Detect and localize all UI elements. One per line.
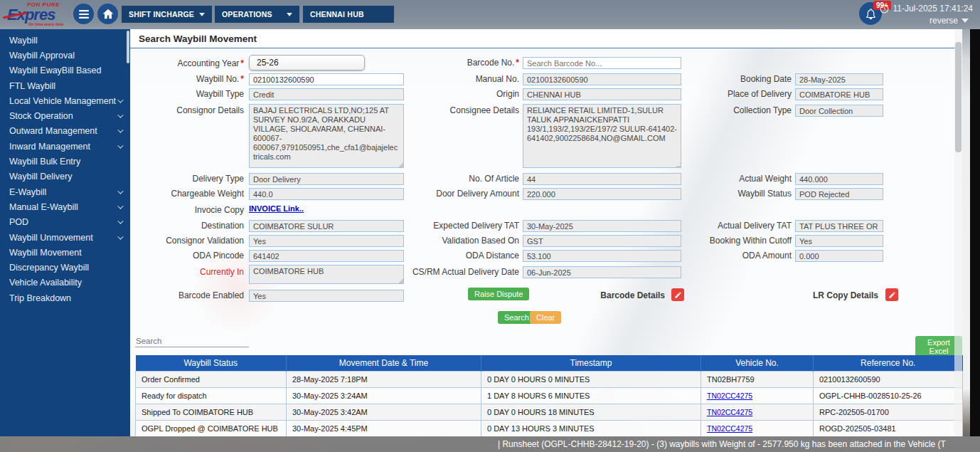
actual-weight-input[interactable] [795,173,883,185]
label-invoice-copy: Invocie Copy [130,204,244,216]
sidebar-item-label: Waybill Approval [9,51,75,61]
clock-icon [880,4,889,14]
label-actual-weight: Actual Weight [621,173,792,185]
vehicle-link[interactable]: TN02CC4275 [707,391,752,400]
sidebar-item-stock-operation[interactable]: Stock Operation [0,108,130,123]
sidebar-item-label: Manual E-Waybill [9,202,78,212]
sidebar-item-discrepancy-waybill[interactable]: Discrepancy Waybill [0,260,130,275]
sidebar-item-e-waybill[interactable]: E-Waybill [0,184,130,199]
label-booking-date: Booking Date [621,73,792,85]
vehicle-link[interactable]: TN02CC4275 [707,408,752,416]
label-consignor-details: Consignor Details [130,105,244,117]
sidebar-item-manual-e-waybill[interactable]: Manual E-Waybill [0,199,130,214]
sidebar-item-label: Waybill Delivery [9,172,72,182]
collection-type-input[interactable] [795,105,883,117]
sidebar-item-waybill-bulk-entry[interactable]: Waybill Bulk Entry [0,154,130,169]
sidebar-item-waybill[interactable]: Waybill [0,33,130,48]
label-chargeable-weight: Chargeable Weight [130,188,244,200]
location-box[interactable]: CHENNAI HUB [303,6,394,23]
cell-reference-no: RPC-202505-01700 [814,404,963,420]
brand-logo: PON PURE Expres On time every time [7,1,78,28]
sidebar-item-label: Waybill Unmovement [9,233,93,243]
barcode-details-label: Barcode Details [565,290,665,302]
col-timestamp[interactable]: Timestamp [481,355,701,371]
sidebar-item-label: Outward Management [9,126,97,136]
label-accounting-year: Accounting Year* [130,58,244,70]
sidebar-item-vehicle-availability[interactable]: Vehicle Availability [0,275,130,290]
home-button[interactable] [97,4,118,24]
sidebar-item-waybill-delivery[interactable]: Waybill Delivery [0,169,130,184]
main-content: Search Waybill Movement Accounting Year*… [130,29,962,436]
label-waybill-status: Waybill Status [621,188,792,200]
sidebar-item-label: Local Vehicle Management [9,96,116,106]
cell-waybill-status: Order Confirmed [136,371,287,387]
sidebar-item-pod[interactable]: POD [0,215,130,230]
sidebar-item-waybill-movement[interactable]: Waybill Movement [0,245,130,260]
user-menu[interactable]: reverse [930,16,969,26]
label-expected-delivery-tat: Expected Delivery TAT [343,220,519,232]
edit-icon [888,291,896,299]
col-vehicle-no[interactable]: Vehicle No. [701,355,814,371]
cell-movement-datetime: 30-May-2025 3:24AM [287,387,481,404]
oda-amount-input[interactable] [795,250,883,262]
invoice-link[interactable]: INVOICE Link.. [249,204,304,213]
edit-icon [674,291,682,299]
sidebar-item-label: Discrepancy Waybill [9,263,89,273]
cell-movement-datetime: 30-May-2025 4:45PM [287,420,481,436]
cell-waybill-status: Ready for dispatch [136,387,287,404]
main-scrollbar[interactable] [954,29,962,436]
lr-copy-details-label: LR Copy Details [779,290,878,302]
top-bar: PON PURE Expres On time every time SHIFT… [0,0,980,29]
barcode-details-button[interactable] [671,288,684,301]
status-ticker-bar: | Runsheet (OGPL-CHHB-28412-19-20) - (3)… [0,436,980,452]
label-collection-type: Collection Type [621,105,792,117]
sidebar-item-inward-management[interactable]: Inward Management [0,139,130,154]
sidebar-item-label: E-Waybill [9,187,46,197]
label-oda-pincode: ODA Pincode [130,250,244,262]
chevron-down-icon [117,203,123,209]
department-dropdown[interactable]: OPERATIONS [215,6,299,23]
booking-date-input[interactable] [795,73,883,85]
caret-down-icon [287,13,292,16]
cell-waybill-status: Shipped To COIMBATORE HUB [136,404,287,420]
col-waybill-status[interactable]: Waybill Status [136,355,287,371]
actual-delivery-tat-input[interactable] [795,220,883,232]
csrm-actual-delivery-date-input[interactable] [523,266,681,278]
sidebar-item-ftl-waybill[interactable]: FTL Waybill [0,78,130,93]
sidebar-item-waybill-ewaybill-based[interactable]: Waybill EwayBill Based [0,63,130,78]
sidebar-item-local-vehicle-management[interactable]: Local Vehicle Management [0,93,130,108]
sidebar-scrollbar[interactable] [127,31,129,63]
col-reference-no[interactable]: Reference No. [814,355,963,371]
sidebar-item-waybill-unmovement[interactable]: Waybill Unmovement [0,230,130,245]
caret-down-icon [962,19,969,23]
table-search-input[interactable] [135,335,249,347]
cell-timestamp: 1 DAY 8 HOURS 6 MINUTES [481,387,701,404]
label-place-of-delivery: Place of Delivery [621,88,792,100]
sidebar-item-label: Trip Breakdown [9,293,71,303]
lr-copy-details-button[interactable] [885,288,898,301]
place-of-delivery-input[interactable] [795,88,883,100]
sidebar-item-waybill-approval[interactable]: Waybill Approval [0,48,130,63]
cell-reference-no: 02100132600590 [814,371,963,387]
raise-dispute-button[interactable]: Raise Dispute [468,288,529,300]
waybill-status-input[interactable] [795,188,883,200]
chevron-down-icon [117,219,123,224]
clear-button[interactable]: Clear [530,311,561,324]
label-delivery-type: Delivery Type [130,173,244,185]
col-movement-datetime[interactable]: Movement Date & Time [287,355,481,371]
booking-within-cutoff-input[interactable] [795,235,883,247]
label-csrm-actual-delivery-date: CS/RM Actual Delivery Date [343,266,519,278]
label-barcode-no: Barcode No.* [343,57,519,69]
barcode-enabled-input[interactable] [249,290,404,302]
label-booking-within-cutoff: Booking Within Cutoff [621,235,792,247]
sidebar-item-outward-management[interactable]: Outward Management [0,124,130,139]
role-dropdown[interactable]: SHIFT INCHARGE [122,6,212,23]
cell-movement-datetime: 28-May-2025 7:18PM [287,371,481,387]
sidebar-item-trip-breakdown[interactable]: Trip Breakdown [0,290,130,305]
cell-reference-no: ROGD-202505-03481 [814,420,963,436]
cell-timestamp: 0 DAY 0 HOURS 0 MINUTES [481,371,701,387]
scrollbar-thumb[interactable] [955,42,962,152]
barcode-no-input[interactable] [523,57,681,69]
vehicle-link[interactable]: TN02CC4275 [707,424,752,433]
hamburger-menu-button[interactable] [73,4,94,24]
